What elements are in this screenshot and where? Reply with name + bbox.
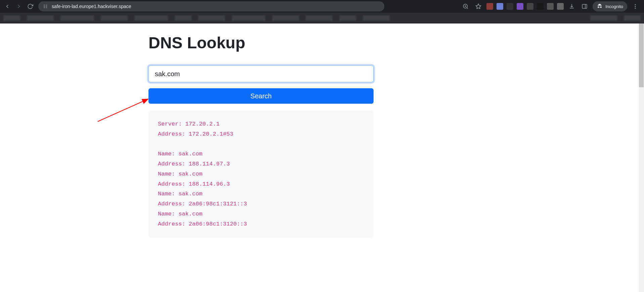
downloads-icon[interactable]	[567, 2, 576, 11]
svg-rect-1	[44, 6, 45, 6]
bookmarks-bar	[0, 13, 644, 23]
bookmark-star-icon[interactable]	[474, 2, 483, 11]
bookmark-item[interactable]	[624, 15, 641, 21]
incognito-icon	[597, 3, 603, 9]
url-text: safe-iron-lad.europe1.hackviser.space	[52, 4, 131, 9]
annotation-arrow	[96, 96, 153, 127]
extension-icon[interactable]	[486, 3, 493, 10]
bookmark-item[interactable]	[175, 15, 191, 21]
svg-rect-0	[44, 5, 45, 5]
browser-chrome: safe-iron-lad.europe1.hackviser.space	[0, 0, 644, 23]
browser-nav-bar: safe-iron-lad.europe1.hackviser.space	[0, 0, 644, 13]
svg-point-5	[46, 7, 47, 8]
bookmark-item[interactable]	[306, 15, 333, 21]
svg-point-9	[635, 4, 636, 5]
bookmark-item[interactable]	[198, 15, 225, 21]
back-button[interactable]	[3, 2, 12, 11]
dns-output: Server: 172.20.2.1 Address: 172.20.2.1#5…	[148, 110, 374, 238]
dns-lookup-container: DNS Lookup Search Server: 172.20.2.1 Add…	[148, 34, 374, 238]
bookmark-item[interactable]	[339, 15, 356, 21]
address-bar[interactable]: safe-iron-lad.europe1.hackviser.space	[38, 1, 384, 11]
bookmark-item[interactable]	[101, 15, 128, 21]
browser-menu-icon[interactable]	[631, 2, 640, 11]
svg-point-3	[46, 5, 47, 6]
site-settings-icon	[43, 4, 48, 9]
forward-button[interactable]	[14, 2, 24, 11]
search-button[interactable]: Search	[148, 88, 374, 104]
bookmark-item[interactable]	[134, 15, 168, 21]
scrollbar-thumb[interactable]	[639, 23, 644, 87]
bookmark-item[interactable]	[590, 15, 617, 21]
svg-point-11	[635, 8, 636, 9]
bookmark-item[interactable]	[27, 15, 54, 21]
svg-line-13	[98, 99, 148, 121]
zoom-icon[interactable]	[461, 2, 470, 11]
reload-button[interactable]	[26, 2, 35, 11]
extension-icon[interactable]	[537, 3, 544, 10]
svg-point-10	[635, 6, 636, 7]
extension-icon[interactable]	[527, 3, 533, 10]
incognito-label: Incognito	[605, 4, 623, 9]
bookmark-item[interactable]	[232, 15, 265, 21]
bookmark-item[interactable]	[60, 15, 94, 21]
scrollbar-track[interactable]	[639, 23, 644, 292]
bookmark-item[interactable]	[272, 15, 299, 21]
incognito-badge[interactable]: Incognito	[593, 1, 627, 11]
extension-icon[interactable]	[507, 3, 513, 10]
extension-icon[interactable]	[557, 3, 564, 10]
browser-right-controls: Incognito	[461, 1, 641, 11]
svg-rect-7	[582, 4, 587, 8]
bookmark-item[interactable]	[3, 15, 20, 21]
extension-icon[interactable]	[517, 3, 523, 10]
svg-point-4	[46, 6, 47, 7]
extension-icon[interactable]	[547, 3, 554, 10]
bookmark-item[interactable]	[363, 15, 390, 21]
page-content: DNS Lookup Search Server: 172.20.2.1 Add…	[0, 23, 644, 292]
svg-rect-2	[44, 7, 45, 8]
domain-input[interactable]	[148, 65, 374, 82]
page-title: DNS Lookup	[148, 34, 374, 52]
panel-icon[interactable]	[580, 2, 589, 11]
extension-icon[interactable]	[497, 3, 503, 10]
